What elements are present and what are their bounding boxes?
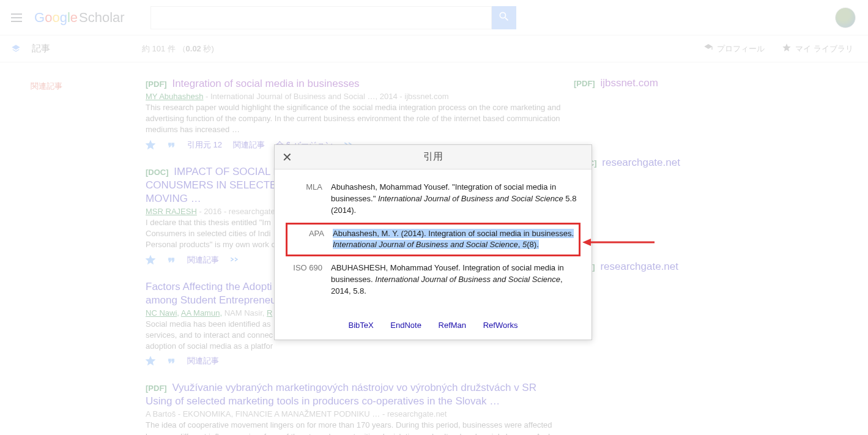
svg-marker-1 bbox=[582, 239, 591, 246]
logo-letter: g bbox=[60, 10, 67, 25]
cite-label: APA bbox=[291, 228, 333, 251]
related-link[interactable]: 関連記事 bbox=[187, 355, 219, 366]
google-scholar-logo[interactable]: Google Scholar bbox=[34, 10, 125, 26]
result-snippet: The idea of cooperative movement lingers… bbox=[146, 420, 562, 435]
cite-row-apa: APA Abuhashesh, M. Y. (2014). Integratio… bbox=[286, 223, 581, 257]
result-snippet: This research paper would highlight the … bbox=[146, 102, 562, 136]
profile-link[interactable]: プロフィール bbox=[703, 43, 765, 54]
dialog-header: ✕ 引用 bbox=[275, 145, 592, 169]
related-link[interactable]: 関連記事 bbox=[233, 139, 265, 151]
result-byline: A Bartoš - EKONOMIKA, FINANCIE A MANAŽME… bbox=[146, 409, 562, 418]
format-tag: [PDF] bbox=[146, 384, 167, 393]
close-icon[interactable]: ✕ bbox=[282, 151, 292, 163]
cite-icon[interactable] bbox=[166, 140, 176, 150]
sidebar-related-articles[interactable]: 関連記事 bbox=[31, 81, 146, 92]
format-tag: [DOC] bbox=[146, 168, 169, 177]
result-actions: 関連記事 bbox=[146, 355, 562, 366]
cite-text[interactable]: Abuhashesh, Mohammad Yousef. "Integratio… bbox=[331, 182, 577, 217]
export-refman[interactable]: RefMan bbox=[439, 321, 467, 330]
author-link[interactable]: R bbox=[267, 308, 272, 318]
annotation-arrow bbox=[582, 236, 656, 250]
profile-text: プロフィール bbox=[717, 43, 765, 54]
logo-scholar-text: Scholar bbox=[79, 10, 125, 26]
pdf-link-row: [DOC] researchgate.net bbox=[574, 157, 721, 169]
pdf-link-row: [PDF] ijbssnet.com bbox=[574, 77, 721, 89]
cite-row-mla: MLA Abuhashesh, Mohammad Yousef. "Integr… bbox=[289, 182, 577, 217]
pdf-host-link[interactable]: ijbssnet.com bbox=[600, 77, 658, 89]
profile-icon bbox=[703, 43, 713, 54]
author-link[interactable]: MY Abuhashesh bbox=[146, 92, 203, 101]
search-result: [PDF] Využívanie vybraných marketingovýc… bbox=[146, 381, 562, 435]
cite-icon[interactable] bbox=[166, 356, 176, 366]
result-byline: MY Abuhashesh - International Journal of… bbox=[146, 92, 562, 101]
cite-icon[interactable] bbox=[166, 255, 176, 265]
logo-letter: o bbox=[52, 10, 59, 25]
search-input[interactable] bbox=[150, 6, 492, 29]
author-link[interactable]: NC Nawi bbox=[146, 308, 177, 318]
format-tag: [PDF] bbox=[146, 80, 167, 89]
search-bar bbox=[150, 6, 516, 29]
library-text: マイ ライブラリ bbox=[795, 43, 853, 54]
result-title-link[interactable]: Factors Affecting the Adoptiamong Studen… bbox=[146, 281, 276, 306]
author-link[interactable]: AA Mamun bbox=[181, 308, 220, 318]
cite-label: MLA bbox=[289, 182, 331, 217]
articles-label[interactable]: 記事 bbox=[32, 43, 50, 54]
avatar[interactable] bbox=[835, 7, 856, 28]
result-count: 約 101 件 （0.02 秒) bbox=[142, 43, 214, 54]
result-title-link[interactable]: Integration of social media in businesse… bbox=[172, 78, 359, 89]
format-tag: [PDF] bbox=[574, 79, 595, 88]
export-bibtex[interactable]: BibTeX bbox=[348, 321, 373, 330]
export-links: BibTeX EndNote RefMan RefWorks bbox=[275, 318, 592, 340]
articles-icon bbox=[11, 44, 21, 54]
save-star-icon[interactable] bbox=[146, 140, 155, 150]
logo-letter: e bbox=[70, 10, 78, 25]
cite-text[interactable]: ABUHASHESH, Mohammad Yousef. Integration… bbox=[331, 262, 577, 297]
logo-letter: G bbox=[34, 10, 45, 25]
export-refworks[interactable]: RefWorks bbox=[483, 321, 518, 330]
library-link[interactable]: マイ ライブラリ bbox=[782, 43, 853, 54]
pdf-host-link[interactable]: researchgate.net bbox=[600, 261, 678, 272]
sidebar: 関連記事 bbox=[0, 77, 146, 435]
pdf-host-link[interactable]: researchgate.net bbox=[602, 157, 680, 168]
search-icon bbox=[498, 10, 510, 24]
pdf-link-row: [PDF] researchgate.net bbox=[574, 261, 721, 273]
result-title-link[interactable]: Využívanie vybraných marketingových nást… bbox=[146, 382, 536, 407]
cite-row-iso: ISO 690 ABUHASHESH, Mohammad Yousef. Int… bbox=[289, 262, 577, 297]
search-result: [PDF] Integration of social media in bus… bbox=[146, 77, 562, 151]
save-star-icon[interactable] bbox=[146, 356, 155, 366]
export-endnote[interactable]: EndNote bbox=[390, 321, 421, 330]
cited-by-link[interactable]: 引用元 12 bbox=[187, 139, 222, 151]
search-button[interactable] bbox=[492, 6, 516, 29]
sub-bar: 記事 約 101 件 （0.02 秒) プロフィール マイ ライブラリ bbox=[0, 35, 868, 62]
menu-icon[interactable] bbox=[11, 10, 26, 25]
author-link[interactable]: MSR RAJESH bbox=[146, 207, 197, 216]
save-star-icon[interactable] bbox=[146, 255, 155, 265]
cite-text[interactable]: Abuhashesh, M. Y. (2014). Integration of… bbox=[333, 228, 575, 251]
related-link[interactable]: 関連記事 bbox=[187, 255, 219, 266]
star-icon bbox=[782, 43, 792, 54]
dialog-title: 引用 bbox=[423, 151, 443, 163]
more-icon[interactable] bbox=[230, 255, 240, 264]
cite-dialog: ✕ 引用 MLA Abuhashesh, Mohammad Yousef. "I… bbox=[274, 144, 592, 340]
cite-label: ISO 690 bbox=[289, 262, 331, 297]
top-header: Google Scholar bbox=[0, 0, 868, 35]
logo-letter: o bbox=[45, 10, 52, 25]
